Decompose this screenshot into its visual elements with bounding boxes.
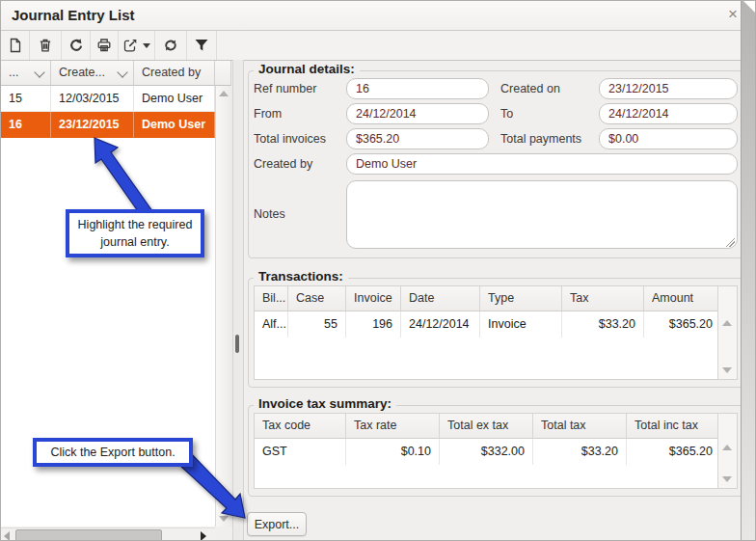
- table-row-journal-16-selected[interactable]: 16 23/12/2015 Demo User: [1, 112, 215, 138]
- invoice-tax-summary-legend: Invoice tax summary:: [254, 396, 396, 411]
- transactions-vscrollbar[interactable]: [717, 286, 737, 379]
- tax-summary-header-row: Tax code Tax rate Total ex tax Total tax…: [255, 414, 737, 439]
- dropdown-caret-icon: [143, 43, 150, 48]
- cell-total-ex-tax: $332.00: [440, 439, 533, 465]
- th-type[interactable]: Type: [480, 286, 562, 311]
- from-field[interactable]: [346, 103, 489, 124]
- tax-summary-vscrollbar[interactable]: [717, 414, 737, 488]
- created-by-label: Created by: [254, 157, 312, 171]
- share-arrow-icon: [122, 38, 138, 53]
- column-header-created-by-label: Created by: [142, 66, 201, 79]
- cell-created-by: Demo User: [134, 112, 215, 138]
- from-label: From: [254, 107, 282, 121]
- printer-icon: [96, 38, 112, 53]
- th-total-inc-tax[interactable]: Total inc tax: [627, 414, 720, 439]
- cell-total-inc-tax: $365.20: [627, 439, 720, 465]
- column-header-created[interactable]: Create...: [51, 61, 134, 86]
- toolbar: [1, 31, 743, 61]
- transactions-legend: Transactions:: [254, 269, 348, 284]
- cell-type: Invoice: [480, 311, 562, 338]
- header-scroll-stub: [215, 61, 231, 86]
- table-row-tax-summary[interactable]: GST $0.10 $332.00 $33.20 $365.20: [255, 439, 737, 465]
- callout-text: Click the Export button.: [50, 444, 175, 461]
- th-case[interactable]: Case: [288, 286, 346, 311]
- transactions-header-row: Bil... Case Invoice Date Type Tax Amount: [255, 286, 737, 311]
- th-tax[interactable]: Tax: [562, 286, 644, 311]
- created-on-field[interactable]: [599, 78, 738, 99]
- trash-icon: [38, 38, 53, 53]
- window-right-scroll-strip[interactable]: [741, 1, 755, 541]
- total-invoices-field[interactable]: [346, 128, 489, 149]
- ref-number-field[interactable]: [346, 78, 489, 99]
- delete-button[interactable]: [30, 31, 62, 60]
- new-journal-button[interactable]: [1, 31, 30, 60]
- cell-case: 55: [288, 311, 346, 338]
- cell-bill: Alf...: [255, 311, 288, 338]
- funnel-icon: [194, 38, 209, 53]
- th-amount[interactable]: Amount: [644, 286, 720, 311]
- journal-list-vscrollbar[interactable]: [215, 86, 232, 527]
- scroll-up-icon[interactable]: [722, 320, 732, 326]
- column-header-created-label: Create...: [59, 66, 105, 79]
- invoice-tax-summary-table: Tax code Tax rate Total ex tax Total tax…: [254, 413, 738, 489]
- to-field[interactable]: [599, 103, 738, 124]
- panel-splitter[interactable]: [232, 60, 244, 541]
- total-payments-field[interactable]: [599, 128, 738, 149]
- scroll-right-icon[interactable]: [201, 531, 206, 541]
- column-header-created-by[interactable]: Created by: [134, 61, 215, 86]
- cell-created: 12/03/2015: [51, 86, 134, 112]
- splitter-grip[interactable]: [235, 335, 239, 353]
- total-payments-label: Total payments: [500, 132, 581, 146]
- notes-label: Notes: [254, 207, 285, 221]
- resize-grip-icon[interactable]: [726, 238, 735, 247]
- scroll-up-icon[interactable]: [722, 445, 732, 450]
- notes-field[interactable]: [346, 180, 738, 249]
- cell-date: 24/12/2014: [401, 311, 480, 338]
- close-icon[interactable]: ×: [723, 5, 742, 24]
- th-tax-rate[interactable]: Tax rate: [346, 414, 440, 439]
- dropdown-chevron-icon[interactable]: [34, 67, 44, 77]
- scroll-left-icon[interactable]: [4, 531, 10, 541]
- hscroll-thumb[interactable]: [15, 529, 162, 541]
- th-total-ex-tax[interactable]: Total ex tax: [440, 414, 533, 439]
- total-invoices-label: Total invoices: [254, 132, 326, 146]
- th-invoice[interactable]: Invoice: [346, 286, 401, 311]
- window-corner: [743, 1, 755, 13]
- window-title: Journal Entry List: [12, 7, 135, 23]
- callout-highlight-journal-entry: Highlight the required journal entry.: [66, 209, 204, 257]
- created-by-field[interactable]: [346, 153, 738, 175]
- table-row-transaction[interactable]: Alf... 55 196 24/12/2014 Invoice $33.20 …: [255, 311, 737, 338]
- column-header-ref-label: ...: [9, 66, 18, 79]
- cell-tax-rate: $0.10: [346, 439, 440, 465]
- th-date[interactable]: Date: [401, 286, 480, 311]
- th-bill[interactable]: Bil...: [255, 286, 288, 311]
- undo-button[interactable]: [62, 31, 91, 60]
- scroll-up-icon[interactable]: [219, 91, 229, 96]
- export-toolbar-button[interactable]: [119, 31, 155, 60]
- ref-number-label: Ref number: [254, 82, 316, 95]
- cell-created-by: Demo User: [134, 86, 215, 112]
- dropdown-chevron-icon[interactable]: [117, 67, 127, 77]
- journal-list-header: ... Create... Created by: [1, 61, 215, 86]
- filter-button[interactable]: [187, 31, 217, 60]
- cell-invoice: 196: [346, 311, 401, 338]
- refresh-button[interactable]: [155, 31, 187, 60]
- cell-tax: $33.20: [562, 311, 644, 338]
- scroll-down-icon[interactable]: [722, 476, 732, 482]
- cell-total-tax: $33.20: [533, 439, 627, 465]
- journal-list-empty-area: [1, 138, 216, 527]
- table-row-journal-15[interactable]: 15 12/03/2015 Demo User: [1, 86, 215, 112]
- scroll-down-icon[interactable]: [722, 367, 732, 373]
- column-header-ref[interactable]: ...: [1, 61, 51, 86]
- scroll-down-icon[interactable]: [219, 516, 229, 522]
- callout-text: Highlight the required journal entry.: [69, 216, 201, 251]
- th-total-tax[interactable]: Total tax: [533, 414, 627, 439]
- created-on-label: Created on: [500, 82, 560, 95]
- th-tax-code[interactable]: Tax code: [255, 414, 346, 439]
- transactions-table: Bil... Case Invoice Date Type Tax Amount…: [254, 285, 738, 380]
- export-button[interactable]: Export...: [247, 512, 307, 536]
- cell-ref: 15: [1, 86, 51, 112]
- cell-ref: 16: [1, 112, 51, 138]
- print-button[interactable]: [91, 31, 119, 60]
- refresh-icon: [163, 38, 178, 53]
